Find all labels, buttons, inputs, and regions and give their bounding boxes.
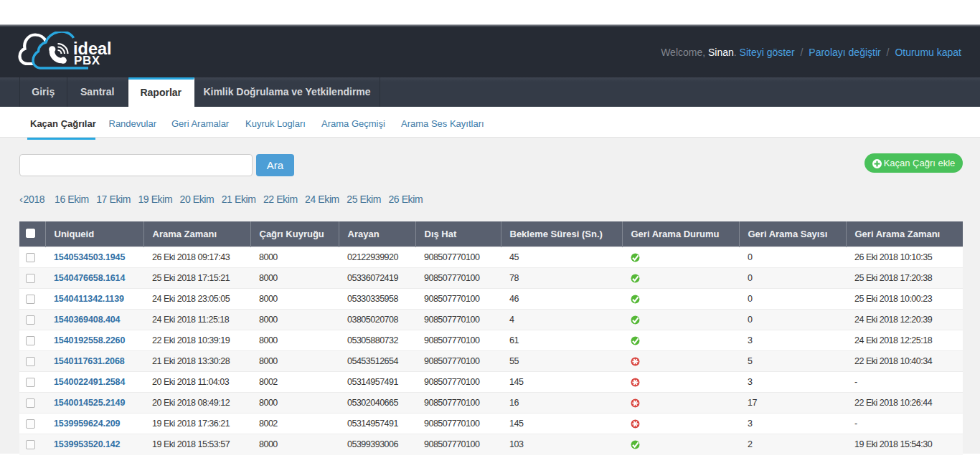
- svg-text:PBX: PBX: [74, 54, 100, 67]
